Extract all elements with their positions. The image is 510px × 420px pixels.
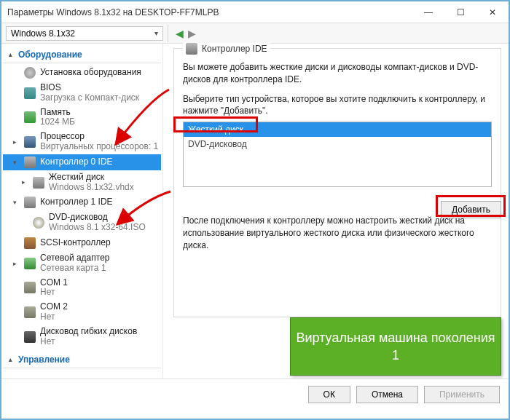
dialog-buttons: ОК Отмена Применить bbox=[1, 379, 509, 409]
body: ▴ Оборудование Установка оборудования BI… bbox=[1, 44, 509, 379]
section-management-label: Управление bbox=[18, 354, 70, 365]
node-net[interactable]: ▸ Сетевой адаптер Сетевая карта 1 bbox=[3, 251, 161, 276]
bios-icon bbox=[24, 87, 36, 99]
toolbar: Windows 8.1x32 ▾ ◀ ▶ bbox=[1, 23, 509, 44]
annotation-box-hdd bbox=[173, 116, 258, 132]
collapse-icon: ▴ bbox=[9, 51, 15, 58]
scsi-icon bbox=[24, 237, 36, 249]
annotation-box-add bbox=[436, 195, 506, 217]
legend-text: Контроллер IDE bbox=[202, 44, 267, 54]
node-label: BIOS bbox=[40, 82, 61, 92]
node-label: DVD-дисковод bbox=[49, 212, 108, 222]
collapse-icon: ▴ bbox=[9, 356, 15, 363]
node-ide1-dvd[interactable]: DVD-дисковод Windows 8.1 x32-64.ISO bbox=[3, 210, 161, 235]
sidebar: ▴ Оборудование Установка оборудования BI… bbox=[1, 44, 163, 379]
node-label: Контроллер 1 IDE bbox=[40, 197, 113, 207]
floppy-icon bbox=[24, 331, 36, 343]
node-ide0[interactable]: ▾ Контроллер 0 IDE bbox=[3, 154, 161, 170]
apply-button[interactable]: Применить bbox=[424, 386, 500, 403]
vm-selector-label: Windows 8.1x32 bbox=[11, 28, 75, 39]
ide-icon bbox=[24, 197, 36, 208]
node-ide1[interactable]: ▾ Контроллер 1 IDE bbox=[3, 194, 161, 210]
node-label: Сетевой адаптер bbox=[40, 253, 109, 263]
titlebar: Параметры Windows 8.1x32 на DESKTOP-FF7M… bbox=[1, 1, 509, 23]
window-buttons: — ☐ ✕ bbox=[412, 1, 509, 23]
section-hardware[interactable]: ▴ Оборудование bbox=[3, 47, 161, 63]
nav-forward-icon[interactable]: ▶ bbox=[188, 28, 196, 39]
node-sublabel: 1024 МБ bbox=[40, 117, 75, 127]
vm-selector[interactable]: Windows 8.1x32 ▾ bbox=[6, 26, 163, 41]
option-dvd[interactable]: DVD-дисковод bbox=[184, 137, 491, 151]
generation-callout: Виртуальная машина поколения 1 bbox=[290, 317, 501, 376]
fieldset-legend: Контроллер IDE bbox=[183, 43, 270, 55]
section-management[interactable]: ▴ Управление bbox=[3, 352, 161, 368]
network-icon bbox=[24, 258, 36, 269]
description-1: Вы можете добавить жесткие диски и диско… bbox=[183, 61, 492, 86]
node-sublabel: Нет bbox=[40, 288, 68, 298]
node-label: Память bbox=[40, 107, 71, 117]
node-label: COM 2 bbox=[40, 301, 68, 312]
hdd-icon bbox=[33, 177, 44, 189]
ide-icon bbox=[24, 156, 36, 168]
minimize-button[interactable]: — bbox=[412, 1, 444, 23]
fieldset: Контроллер IDE Вы можете добавить жестки… bbox=[173, 48, 501, 317]
node-label: SCSI-контроллер bbox=[40, 238, 111, 248]
window-title: Параметры Windows 8.1x32 на DESKTOP-FF7M… bbox=[7, 7, 219, 17]
com-icon bbox=[24, 282, 36, 293]
node-memory[interactable]: Память 1024 МБ bbox=[3, 106, 161, 130]
hint-text: После подключения к контроллеру можно на… bbox=[183, 215, 492, 251]
collapse-icon[interactable]: ▾ bbox=[13, 199, 20, 206]
com-icon bbox=[24, 306, 36, 318]
node-label: Процессор bbox=[40, 131, 85, 141]
node-com1[interactable]: COM 1 Нет bbox=[3, 276, 161, 301]
expand-icon[interactable]: ▸ bbox=[13, 260, 20, 267]
detail-panel: Контроллер IDE Вы можете добавить жестки… bbox=[163, 44, 509, 379]
node-floppy[interactable]: Дисковод гибких дисков Нет bbox=[3, 325, 161, 349]
chevron-down-icon: ▾ bbox=[154, 29, 158, 37]
section-hardware-label: Оборудование bbox=[18, 49, 82, 60]
node-sublabel: Загрузка с Компакт-диск bbox=[40, 93, 139, 103]
nav-arrows: ◀ ▶ bbox=[168, 28, 203, 39]
node-ide0-hdd[interactable]: ▸ Жесткий диск Windows 8.1x32.vhdx bbox=[3, 170, 161, 195]
expand-icon[interactable]: ▸ bbox=[13, 138, 20, 146]
node-bios[interactable]: BIOS Загрузка с Компакт-диск bbox=[3, 81, 161, 106]
node-scsi[interactable]: SCSI-контроллер bbox=[3, 235, 161, 251]
nav-back-icon[interactable]: ◀ bbox=[176, 28, 184, 39]
memory-icon bbox=[24, 111, 36, 123]
collapse-icon[interactable]: ▾ bbox=[13, 159, 20, 166]
maximize-button[interactable]: ☐ bbox=[444, 1, 476, 23]
node-hw-install[interactable]: Установка оборудования bbox=[3, 65, 161, 81]
node-sublabel: Нет bbox=[40, 337, 137, 347]
node-label: COM 1 bbox=[40, 277, 68, 288]
node-label: Дисковод гибких дисков bbox=[40, 326, 137, 336]
node-label: Установка оборудования bbox=[40, 68, 141, 78]
cancel-button[interactable]: Отмена bbox=[356, 386, 418, 403]
node-label: Контроллер 0 IDE bbox=[40, 157, 113, 167]
node-cpu[interactable]: ▸ Процессор Виртуальных процессоров: 1 bbox=[3, 130, 161, 154]
node-sublabel: Windows 8.1x32.vhdx bbox=[49, 183, 134, 193]
node-sublabel: Windows 8.1 x32-64.ISO bbox=[49, 223, 146, 233]
description-2: Выберите тип устройства, которое вы хоти… bbox=[183, 93, 492, 118]
cpu-icon bbox=[24, 136, 36, 148]
ide-icon bbox=[186, 43, 197, 55]
ok-button[interactable]: ОК bbox=[308, 386, 350, 403]
close-button[interactable]: ✕ bbox=[476, 1, 509, 23]
hardware-icon bbox=[24, 67, 36, 79]
node-sublabel: Сетевая карта 1 bbox=[40, 264, 109, 274]
node-com2[interactable]: COM 2 Нет bbox=[3, 300, 161, 325]
node-label: Жесткий диск bbox=[49, 172, 104, 182]
node-sublabel: Нет bbox=[40, 312, 68, 322]
node-sublabel: Виртуальных процессоров: 1 bbox=[40, 142, 158, 152]
dvd-icon bbox=[33, 217, 44, 229]
expand-icon[interactable]: ▸ bbox=[22, 178, 28, 186]
